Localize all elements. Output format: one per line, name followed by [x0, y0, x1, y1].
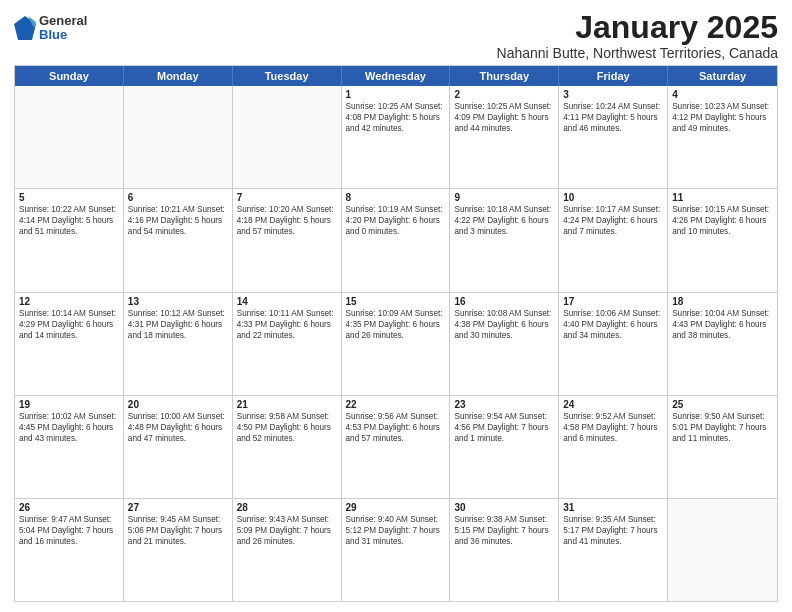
logo-icon [14, 14, 36, 42]
day-info: Sunrise: 10:11 AM Sunset: 4:33 PM Daylig… [237, 308, 337, 341]
day-info: Sunrise: 9:52 AM Sunset: 4:58 PM Dayligh… [563, 411, 663, 444]
day-info: Sunrise: 9:43 AM Sunset: 5:09 PM Dayligh… [237, 514, 337, 547]
calendar-cell [668, 499, 777, 601]
calendar-cell [124, 86, 233, 188]
day-number: 12 [19, 296, 119, 307]
day-number: 28 [237, 502, 337, 513]
calendar-cell: 28Sunrise: 9:43 AM Sunset: 5:09 PM Dayli… [233, 499, 342, 601]
day-info: Sunrise: 9:35 AM Sunset: 5:17 PM Dayligh… [563, 514, 663, 547]
calendar-cell: 2Sunrise: 10:25 AM Sunset: 4:09 PM Dayli… [450, 86, 559, 188]
day-info: Sunrise: 10:25 AM Sunset: 4:09 PM Daylig… [454, 101, 554, 134]
day-info: Sunrise: 10:08 AM Sunset: 4:38 PM Daylig… [454, 308, 554, 341]
calendar-cell: 10Sunrise: 10:17 AM Sunset: 4:24 PM Dayl… [559, 189, 668, 291]
day-info: Sunrise: 9:50 AM Sunset: 5:01 PM Dayligh… [672, 411, 773, 444]
logo-text: General Blue [39, 14, 87, 43]
day-number: 7 [237, 192, 337, 203]
day-number: 11 [672, 192, 773, 203]
day-number: 1 [346, 89, 446, 100]
day-number: 6 [128, 192, 228, 203]
calendar-body: 1Sunrise: 10:25 AM Sunset: 4:08 PM Dayli… [15, 86, 777, 601]
calendar-cell: 30Sunrise: 9:38 AM Sunset: 5:15 PM Dayli… [450, 499, 559, 601]
calendar-row-3: 19Sunrise: 10:02 AM Sunset: 4:45 PM Dayl… [15, 395, 777, 498]
day-info: Sunrise: 10:24 AM Sunset: 4:11 PM Daylig… [563, 101, 663, 134]
day-number: 4 [672, 89, 773, 100]
day-info: Sunrise: 9:54 AM Sunset: 4:56 PM Dayligh… [454, 411, 554, 444]
header-day-friday: Friday [559, 66, 668, 86]
calendar-cell: 22Sunrise: 9:56 AM Sunset: 4:53 PM Dayli… [342, 396, 451, 498]
calendar-cell: 13Sunrise: 10:12 AM Sunset: 4:31 PM Dayl… [124, 293, 233, 395]
day-info: Sunrise: 10:12 AM Sunset: 4:31 PM Daylig… [128, 308, 228, 341]
day-number: 17 [563, 296, 663, 307]
header-day-monday: Monday [124, 66, 233, 86]
calendar-cell: 7Sunrise: 10:20 AM Sunset: 4:18 PM Dayli… [233, 189, 342, 291]
day-info: Sunrise: 10:21 AM Sunset: 4:16 PM Daylig… [128, 204, 228, 237]
day-info: Sunrise: 9:47 AM Sunset: 5:04 PM Dayligh… [19, 514, 119, 547]
day-info: Sunrise: 10:09 AM Sunset: 4:35 PM Daylig… [346, 308, 446, 341]
day-number: 24 [563, 399, 663, 410]
day-info: Sunrise: 10:14 AM Sunset: 4:29 PM Daylig… [19, 308, 119, 341]
day-number: 2 [454, 89, 554, 100]
day-number: 19 [19, 399, 119, 410]
day-info: Sunrise: 9:40 AM Sunset: 5:12 PM Dayligh… [346, 514, 446, 547]
day-number: 15 [346, 296, 446, 307]
header-day-wednesday: Wednesday [342, 66, 451, 86]
calendar-cell: 17Sunrise: 10:06 AM Sunset: 4:40 PM Dayl… [559, 293, 668, 395]
calendar-cell: 6Sunrise: 10:21 AM Sunset: 4:16 PM Dayli… [124, 189, 233, 291]
day-number: 21 [237, 399, 337, 410]
calendar-cell: 23Sunrise: 9:54 AM Sunset: 4:56 PM Dayli… [450, 396, 559, 498]
day-number: 8 [346, 192, 446, 203]
day-info: Sunrise: 10:15 AM Sunset: 4:26 PM Daylig… [672, 204, 773, 237]
calendar-cell: 4Sunrise: 10:23 AM Sunset: 4:12 PM Dayli… [668, 86, 777, 188]
calendar-title: January 2025 [497, 10, 778, 45]
day-number: 9 [454, 192, 554, 203]
title-block: January 2025 Nahanni Butte, Northwest Te… [497, 10, 778, 61]
calendar-row-0: 1Sunrise: 10:25 AM Sunset: 4:08 PM Dayli… [15, 86, 777, 188]
day-number: 23 [454, 399, 554, 410]
day-info: Sunrise: 10:17 AM Sunset: 4:24 PM Daylig… [563, 204, 663, 237]
day-number: 22 [346, 399, 446, 410]
calendar-cell: 24Sunrise: 9:52 AM Sunset: 4:58 PM Dayli… [559, 396, 668, 498]
calendar-cell: 15Sunrise: 10:09 AM Sunset: 4:35 PM Dayl… [342, 293, 451, 395]
calendar-cell: 3Sunrise: 10:24 AM Sunset: 4:11 PM Dayli… [559, 86, 668, 188]
day-info: Sunrise: 10:25 AM Sunset: 4:08 PM Daylig… [346, 101, 446, 134]
calendar-cell: 12Sunrise: 10:14 AM Sunset: 4:29 PM Dayl… [15, 293, 124, 395]
header: General Blue January 2025 Nahanni Butte,… [14, 10, 778, 61]
calendar-cell: 1Sunrise: 10:25 AM Sunset: 4:08 PM Dayli… [342, 86, 451, 188]
day-info: Sunrise: 10:06 AM Sunset: 4:40 PM Daylig… [563, 308, 663, 341]
calendar-cell: 27Sunrise: 9:45 AM Sunset: 5:06 PM Dayli… [124, 499, 233, 601]
day-info: Sunrise: 9:45 AM Sunset: 5:06 PM Dayligh… [128, 514, 228, 547]
logo-general: General [39, 14, 87, 28]
calendar-cell [233, 86, 342, 188]
day-info: Sunrise: 10:00 AM Sunset: 4:48 PM Daylig… [128, 411, 228, 444]
day-number: 16 [454, 296, 554, 307]
day-number: 29 [346, 502, 446, 513]
day-number: 18 [672, 296, 773, 307]
day-info: Sunrise: 10:20 AM Sunset: 4:18 PM Daylig… [237, 204, 337, 237]
calendar-cell: 18Sunrise: 10:04 AM Sunset: 4:43 PM Dayl… [668, 293, 777, 395]
logo-blue: Blue [39, 28, 87, 42]
calendar-cell: 5Sunrise: 10:22 AM Sunset: 4:14 PM Dayli… [15, 189, 124, 291]
header-day-saturday: Saturday [668, 66, 777, 86]
calendar-cell: 8Sunrise: 10:19 AM Sunset: 4:20 PM Dayli… [342, 189, 451, 291]
day-info: Sunrise: 9:58 AM Sunset: 4:50 PM Dayligh… [237, 411, 337, 444]
calendar-row-4: 26Sunrise: 9:47 AM Sunset: 5:04 PM Dayli… [15, 498, 777, 601]
header-day-tuesday: Tuesday [233, 66, 342, 86]
calendar-cell: 26Sunrise: 9:47 AM Sunset: 5:04 PM Dayli… [15, 499, 124, 601]
calendar: SundayMondayTuesdayWednesdayThursdayFrid… [14, 65, 778, 602]
day-number: 5 [19, 192, 119, 203]
day-info: Sunrise: 10:18 AM Sunset: 4:22 PM Daylig… [454, 204, 554, 237]
day-info: Sunrise: 10:23 AM Sunset: 4:12 PM Daylig… [672, 101, 773, 134]
day-number: 26 [19, 502, 119, 513]
calendar-subtitle: Nahanni Butte, Northwest Territories, Ca… [497, 45, 778, 61]
day-info: Sunrise: 10:04 AM Sunset: 4:43 PM Daylig… [672, 308, 773, 341]
day-number: 10 [563, 192, 663, 203]
calendar-cell: 20Sunrise: 10:00 AM Sunset: 4:48 PM Dayl… [124, 396, 233, 498]
calendar-cell: 16Sunrise: 10:08 AM Sunset: 4:38 PM Dayl… [450, 293, 559, 395]
page: General Blue January 2025 Nahanni Butte,… [0, 0, 792, 612]
header-day-thursday: Thursday [450, 66, 559, 86]
day-number: 30 [454, 502, 554, 513]
calendar-cell: 9Sunrise: 10:18 AM Sunset: 4:22 PM Dayli… [450, 189, 559, 291]
calendar-cell: 19Sunrise: 10:02 AM Sunset: 4:45 PM Dayl… [15, 396, 124, 498]
day-number: 13 [128, 296, 228, 307]
day-info: Sunrise: 9:38 AM Sunset: 5:15 PM Dayligh… [454, 514, 554, 547]
